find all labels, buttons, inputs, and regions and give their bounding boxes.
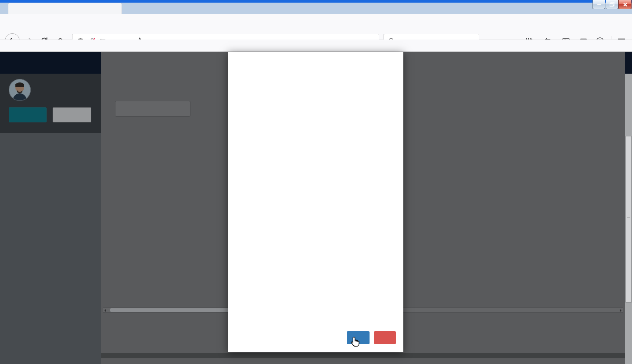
scroll-grip-icon [627,218,630,219]
restore-icon [610,2,614,7]
window-titlebar [0,0,632,14]
avatar [9,79,31,102]
scroll-right-arrow-icon[interactable] [620,309,621,312]
app-logo-area [0,52,101,74]
change-password-button[interactable] [9,107,47,122]
tab-close-icon[interactable] [114,8,117,10]
content-footer-divider [101,353,625,358]
edit-product-modal [228,52,403,352]
window-minimize-button[interactable] [592,0,605,9]
new-tab-button[interactable] [126,4,138,13]
window-close-button[interactable] [618,0,632,9]
v-scroll-thumb[interactable] [625,136,632,303]
mouse-cursor-icon [350,336,361,350]
app-sidebar [0,74,101,364]
window-restore-button[interactable] [606,0,618,9]
logout-button[interactable] [53,107,91,122]
scroll-left-arrow-icon[interactable] [104,309,106,312]
screen [0,0,632,364]
user-panel [0,74,101,133]
browser-toolbar [0,14,632,39]
page-v-scrollbar[interactable] [625,74,632,364]
product-search-input[interactable] [115,101,190,117]
cancel-button[interactable] [374,331,396,344]
close-icon [623,3,627,7]
bookmarks-bar [0,39,632,52]
browser-tab[interactable] [8,3,122,14]
minimize-icon [597,4,601,5]
